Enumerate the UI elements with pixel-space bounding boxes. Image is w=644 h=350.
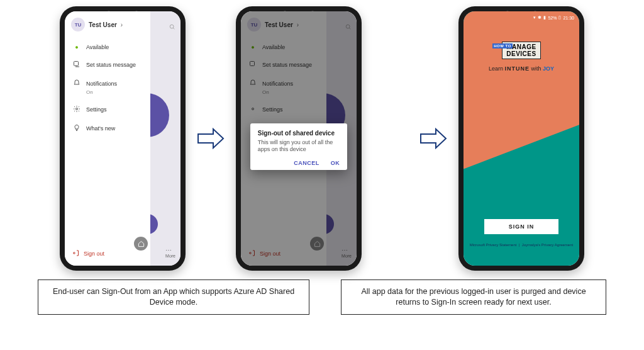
svg-rect-2 — [74, 62, 79, 66]
svg-line-5 — [349, 28, 350, 29]
diagram-row: ⋯More TU Test User › ● Available Set sta… — [0, 0, 644, 271]
privacy-links[interactable]: Microsoft Privacy Statement | Joymalya's… — [464, 243, 579, 247]
sign-in-button[interactable]: SIGN IN — [484, 219, 558, 234]
menu-whats-new[interactable]: What's new — [71, 119, 144, 138]
compose-icon — [314, 214, 334, 234]
more-icon: ⋯More — [341, 247, 352, 258]
user-name: Test User — [89, 21, 117, 28]
lightbulb-icon — [72, 124, 81, 133]
svg-point-0 — [170, 25, 174, 28]
menu-available: ●Available — [247, 39, 320, 55]
dialog-body: This will sign you out of all the apps o… — [258, 139, 340, 154]
battery-icon: ▯ — [558, 15, 561, 20]
menu-label: Available — [86, 44, 109, 50]
svg-point-3 — [76, 108, 78, 110]
caption-right: All app data for the previous logged-in … — [341, 279, 606, 315]
menu-label: Notifications — [86, 81, 117, 87]
menu-settings: Settings — [247, 100, 320, 119]
signal-icon: ▮ — [543, 15, 546, 20]
chevron-right-icon: › — [121, 21, 123, 28]
wifi-icon: ▾ — [533, 15, 536, 20]
menu-set-status: Set status message — [247, 55, 320, 74]
menu-set-status[interactable]: Set status message — [71, 55, 144, 74]
dialog-cancel-button[interactable]: CANCEL — [294, 160, 319, 166]
flow-arrow-2 — [419, 128, 447, 149]
svg-point-7 — [252, 108, 254, 110]
menu-notifications: Notifications — [247, 74, 320, 93]
navigation-drawer: TU Test User › ● Available Set status me… — [65, 11, 150, 266]
caption-left: End-user can Sign-Out from an App which … — [38, 279, 309, 315]
menu-label: What's new — [86, 125, 115, 132]
avatar: TU — [71, 18, 85, 31]
gear-icon — [72, 105, 81, 114]
phone-2-signout-dialog: ⋯More TU Test User › ●Available Set stat… — [236, 6, 362, 271]
signout-icon — [248, 249, 256, 258]
home-fab — [310, 237, 324, 251]
signout-dialog: Sign-out of shared device This will sign… — [250, 123, 348, 170]
avatar: TU — [247, 18, 261, 31]
svg-line-1 — [173, 28, 174, 29]
notifications-state: On — [71, 89, 144, 100]
status-bar: ▾ ✱ ▮ 52% ▯ 21:30 — [533, 15, 574, 20]
chevron-right-icon: › — [297, 21, 299, 28]
bell-icon — [72, 79, 81, 88]
search-icon[interactable] — [169, 24, 175, 31]
app-logo: HOW TO MANAGE DEVICES Learn INTUNE with … — [464, 42, 579, 72]
signout-icon — [72, 249, 80, 258]
sign-out-button: Sign out — [247, 246, 320, 262]
bluetooth-icon: ✱ — [538, 15, 541, 20]
svg-rect-6 — [250, 62, 255, 66]
menu-label: Settings — [86, 106, 107, 113]
dialog-title: Sign-out of shared device — [258, 130, 340, 137]
edit-box-icon — [72, 60, 81, 69]
menu-available[interactable]: ● Available — [71, 39, 144, 55]
menu-label: Set status message — [86, 62, 136, 68]
more-icon[interactable]: ⋯More — [165, 247, 175, 258]
sign-out-button[interactable]: Sign out — [71, 246, 144, 262]
kiosk-sign-in-screen: ▾ ✱ ▮ 52% ▯ 21:30 HOW TO MANAGE DEVICES … — [464, 11, 579, 266]
user-profile-row: TU Test User › — [247, 18, 320, 31]
user-profile-row[interactable]: TU Test User › — [71, 18, 144, 31]
phone-1-teams-drawer: ⋯More TU Test User › ● Available Set sta… — [60, 6, 186, 271]
dialog-ok-button[interactable]: OK — [331, 160, 340, 166]
phone-3-kiosk-signin: ▾ ✱ ▮ 52% ▯ 21:30 HOW TO MANAGE DEVICES … — [458, 6, 584, 271]
flow-arrow-1 — [197, 128, 225, 149]
teams-background: ⋯More — [150, 11, 180, 266]
tagline: Learn INTUNE with JOY — [464, 65, 579, 72]
svg-point-4 — [346, 25, 350, 28]
caption-row: End-user can Sign-Out from an App which … — [0, 271, 644, 315]
presence-available-icon: ● — [72, 44, 81, 50]
search-icon — [345, 24, 352, 31]
menu-settings[interactable]: Settings — [71, 100, 144, 119]
sign-out-label: Sign out — [84, 251, 104, 257]
